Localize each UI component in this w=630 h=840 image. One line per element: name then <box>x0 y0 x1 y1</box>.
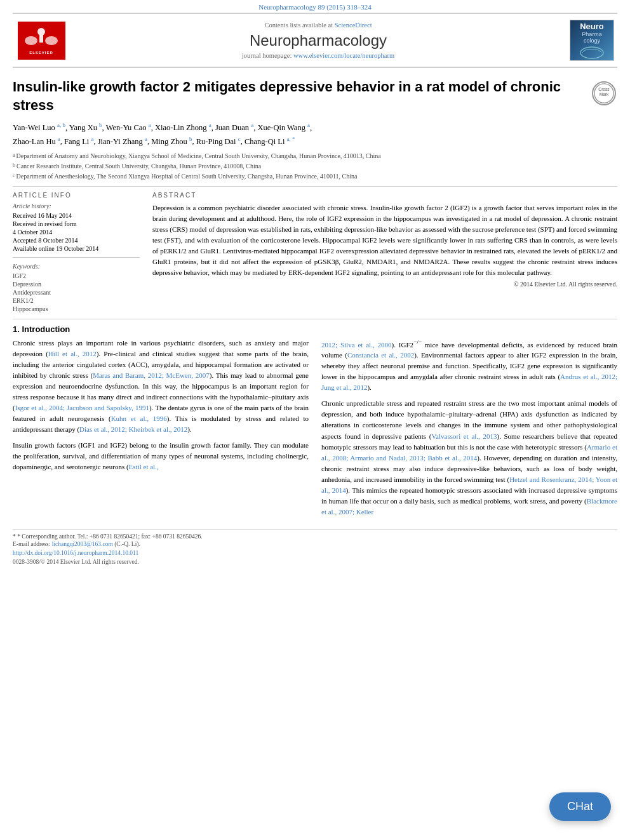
svg-rect-2 <box>39 35 43 43</box>
journal-ref-text: Neuropharmacology 89 (2015) 318–324 <box>258 3 372 11</box>
affil-a-sup: a <box>13 152 15 161</box>
copyright-footer: 0028-3908/© 2014 Elsevier Ltd. All right… <box>13 559 617 565</box>
crossmark-icon: Cross Mark <box>592 81 616 105</box>
ref-valvassori[interactable]: Valvassori et al., 2013 <box>431 432 497 440</box>
intro-para-4: Chronic unpredictable stress and repeate… <box>321 398 617 517</box>
separator-1 <box>13 186 617 187</box>
footnotes-section: * * Corresponding author. Tel.: +86 0731… <box>13 529 617 547</box>
elsevier-logo-box: ELSEVIER <box>18 22 65 60</box>
crossmark-badge: Cross Mark <box>592 81 617 107</box>
author-6: Xue-Qin Wang a <box>257 123 310 132</box>
affil-b: b Cancer Research Institute, Central Sou… <box>13 162 617 171</box>
author-2-sup: b <box>99 122 102 128</box>
journal-homepage-link[interactable]: www.elsevier.com/locate/neuropharm <box>293 52 394 59</box>
doi-link[interactable]: http://dx.doi.org/10.1016/j.neuropharm.2… <box>13 550 138 556</box>
article-info-col: ARTICLE INFO Article history: Received 1… <box>13 192 140 314</box>
separator-2 <box>13 319 617 319</box>
author-10: Ming Zhou b <box>151 137 192 146</box>
author-11: Ru-Ping Dai c <box>196 137 241 146</box>
intro-col-right: 2012; Silva et al., 2000). IGF2−/− mice … <box>321 338 617 523</box>
cover-box: Neuro Pharma cology <box>570 20 614 61</box>
ref-2012-silva[interactable]: 2012; Silva et al., 2000 <box>321 340 392 348</box>
article-title-section: Insulin-like growth factor 2 mitigates d… <box>13 78 617 114</box>
journal-header-center: Contents lists available at ScienceDirec… <box>70 19 566 62</box>
author-4-sup: a <box>209 122 211 128</box>
keyword-erk: ERK1/2 <box>13 297 140 304</box>
online-date: Available online 19 October 2014 <box>13 245 140 252</box>
ref-armario[interactable]: Armario et al., 2008; Armario and Nadal,… <box>321 443 617 462</box>
ref-dias-2012[interactable]: Dias et al., 2012; Kheirbek et al., 2012 <box>79 425 187 433</box>
keyword-igf2: IGF2 <box>13 272 140 279</box>
author-6-sup: a <box>307 122 310 128</box>
author-2: Yang Xu b <box>69 123 102 132</box>
ref-estil[interactable]: Estil et al., <box>129 463 159 470</box>
cover-pharma-text: Pharma <box>582 31 602 37</box>
article-history-label: Article history: <box>13 203 140 210</box>
affil-b-sup: b <box>13 162 15 171</box>
keywords-section: Keywords: IGF2 Depression Antidepressant… <box>13 263 140 312</box>
journal-homepage: journal homepage: www.elsevier.com/locat… <box>242 52 394 59</box>
affil-b-text: Cancer Research Institute, Central South… <box>17 162 261 171</box>
svg-text:ELSEVIER: ELSEVIER <box>29 51 53 55</box>
keyword-antidepressant: Antidepressant <box>13 289 140 296</box>
journal-title: Neuropharmacology <box>250 32 387 50</box>
received-date: Received 16 May 2014 <box>13 212 140 219</box>
author-5-sup: a <box>251 122 253 128</box>
author-1-sup: a, b <box>57 122 65 128</box>
cover-brain-icon <box>579 46 605 60</box>
journal-header: ELSEVIER Contents lists available at Sci… <box>13 13 617 68</box>
cover-neuro-text: Neuro <box>580 22 604 31</box>
author-3-sup: a <box>149 122 151 128</box>
affil-a-text: Department of Anatomy and Neurobiology, … <box>17 152 381 161</box>
ref-andrus-2012[interactable]: Andrus et al., 2012; Jung et al., 2012 <box>321 373 617 391</box>
author-12: Chang-Qi Li a, * <box>245 137 295 146</box>
intro-para-1: Chronic stress plays an important role i… <box>13 338 309 435</box>
intro-para-3: 2012; Silva et al., 2000). IGF2−/− mice … <box>321 338 617 394</box>
keywords-label: Keywords: <box>13 263 140 270</box>
author-8-sup: a <box>91 135 93 142</box>
svg-text:Mark: Mark <box>600 92 609 97</box>
footnote-email-address[interactable]: lichangqi2003@163.com <box>52 541 113 547</box>
svg-point-6 <box>580 47 603 58</box>
ref-maras-2012[interactable]: Maras and Baram, 2012; McEwen, 2007 <box>93 371 210 379</box>
author-9-sup: a <box>145 135 147 142</box>
sciencedirect-label: Contents lists available at ScienceDirec… <box>264 22 372 29</box>
author-11-sup: c <box>238 135 241 142</box>
author-12-sup: a, * <box>287 135 295 142</box>
journal-reference-bar: Neuropharmacology 89 (2015) 318–324 <box>0 0 630 13</box>
sciencedirect-link[interactable]: ScienceDirect <box>335 22 372 29</box>
author-4: Xiao-Lin Zhong a <box>155 123 211 132</box>
accepted-date: Accepted 8 October 2014 <box>13 237 140 244</box>
footnote-corresponding: * * Corresponding author. Tel.: +86 0731… <box>13 533 617 540</box>
author-10-sup: b <box>189 135 192 142</box>
svg-point-1 <box>37 28 45 36</box>
ref-hill-2012[interactable]: Hill et al., 2012 <box>48 350 97 357</box>
affil-c-sup: c <box>13 172 15 181</box>
svg-point-3 <box>25 36 37 45</box>
page-container: Neuropharmacology 89 (2015) 318–324 ELSE… <box>0 0 630 565</box>
revised-label: Received in revised form <box>13 220 140 227</box>
ref-isgor-2004[interactable]: Isgor et al., 2004; Jacobson and Sapolsk… <box>15 404 149 411</box>
affil-c: c Department of Anesthesiology, The Seco… <box>13 172 617 181</box>
doi-section: http://dx.doi.org/10.1016/j.neuropharm.2… <box>13 550 617 556</box>
author-5: Juan Duan a <box>215 123 253 132</box>
author-9: Jian-Yi Zhang a <box>98 137 147 146</box>
abstract-text: Depression is a common psychiatric disor… <box>152 203 617 278</box>
journal-cover-image: Neuro Pharma cology <box>566 19 617 62</box>
ref-constancia[interactable]: Constancia et al., 2002 <box>347 351 414 359</box>
ref-kuhn-1996[interactable]: Kuhn et al., 1996 <box>111 415 167 422</box>
revised-date: 4 October 2014 <box>13 229 140 236</box>
abstract-heading: ABSTRACT <box>152 192 617 199</box>
svg-text:Cross: Cross <box>598 87 610 91</box>
article-title: Insulin-like growth factor 2 mitigates d… <box>13 78 592 114</box>
article-info-heading: ARTICLE INFO <box>13 192 140 199</box>
affil-c-text: Department of Anesthesiology, The Second… <box>17 172 358 181</box>
footnote-email: E-mail address: lichangqi2003@163.com (C… <box>13 541 617 547</box>
cover-cology-text: cology <box>584 37 600 44</box>
abstract-col: ABSTRACT Depression is a common psychiat… <box>152 192 617 314</box>
chat-button[interactable]: CHat <box>549 792 611 821</box>
keyword-depression: Depression <box>13 281 140 288</box>
author-1: Yan-Wei Luo a, b <box>13 123 65 132</box>
ref-blackmore[interactable]: Blackmore et al., 2007; Keller <box>321 497 617 516</box>
ref-hetzel[interactable]: Hetzel and Rosenkranz, 2014; Yoon et al.… <box>321 476 617 494</box>
